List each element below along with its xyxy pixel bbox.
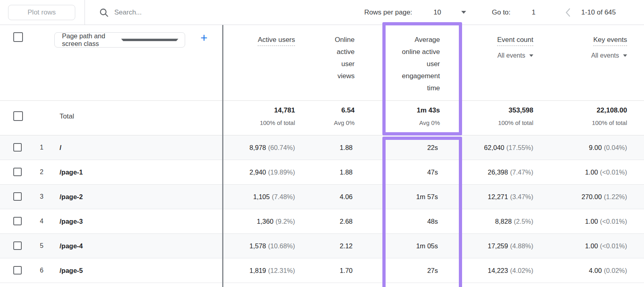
cell-online-active-user-views: 1.70 xyxy=(340,258,355,283)
cell-avg-engagement-time: 1m 57s xyxy=(416,185,440,209)
cell-active-users: 1,578(10.68%) xyxy=(250,234,295,258)
key-events-filter-caret-icon xyxy=(623,54,627,57)
cell-online-active-user-views: 1.88 xyxy=(340,160,355,184)
cell-key-events: 1.00(<0.01%) xyxy=(585,160,627,184)
cell-key-events: 9.00(0.04%) xyxy=(589,135,627,160)
plot-rows-button[interactable]: Plot rows xyxy=(8,5,75,20)
column-header-key-events[interactable]: Key events All events xyxy=(591,34,627,62)
row-number: 3 xyxy=(0,185,43,209)
cell-event-count: 14,223(4.02%) xyxy=(488,258,533,283)
cell-active-users: 2,940(19.89%) xyxy=(250,160,295,184)
column-header-avg-engagement-time[interactable]: Average online active user engagement ti… xyxy=(388,34,440,94)
cell-avg-engagement-time: 22s xyxy=(427,135,440,160)
total-label: Total xyxy=(60,112,74,121)
rows-per-page-caret-icon[interactable] xyxy=(461,11,466,14)
cell-event-count: 8,828(2.5%) xyxy=(495,209,533,233)
cell-avg-engagement-time: 48s xyxy=(427,209,440,233)
table-header: Page path and screen class + Active user… xyxy=(0,25,644,101)
cell-active-users: 1,105(7.48%) xyxy=(253,185,295,209)
table-row[interactable]: 4 /page-3 1,360(9.2%) 2.68 48s 8,828(2.5… xyxy=(0,209,644,234)
cell-avg-engagement-time: 47s xyxy=(427,160,440,184)
total-row-checkbox[interactable] xyxy=(13,111,23,121)
cell-online-active-user-views: 1.88 xyxy=(340,135,355,160)
previous-page-chevron-icon[interactable] xyxy=(564,7,573,18)
row-page-path: /page-2 xyxy=(60,185,83,209)
column-header-online-active-user-views[interactable]: Online active user views xyxy=(322,34,355,82)
select-all-checkbox[interactable] xyxy=(13,32,23,42)
cell-event-count: 62,040(17.55%) xyxy=(484,135,533,160)
column-header-event-count[interactable]: Event count All events xyxy=(497,34,533,62)
key-events-filter[interactable]: All events xyxy=(591,50,627,62)
cell-key-events: 1.00(<0.01%) xyxy=(585,209,627,233)
rows-per-page-value[interactable]: 10 xyxy=(433,8,441,17)
search-input[interactable]: Search... xyxy=(114,8,142,17)
row-number: 1 xyxy=(0,135,43,160)
cell-online-active-user-views: 4.06 xyxy=(340,185,355,209)
row-number: 6 xyxy=(0,258,43,283)
dimension-selector[interactable]: Page path and screen class xyxy=(54,32,185,48)
table-row[interactable]: 6 /page-5 1,819(12.31%) 1.70 27s 14,223(… xyxy=(0,258,644,283)
cell-avg-engagement-time: 1m 05s xyxy=(416,234,440,258)
cell-event-count: 17,259(4.88%) xyxy=(488,234,533,258)
table-row[interactable]: 1 / 8,978(60.74%) 1.88 22s 62,040(17.55%… xyxy=(0,135,644,160)
row-number: 5 xyxy=(0,234,43,258)
go-to-input[interactable]: 1 xyxy=(532,8,535,17)
cell-key-events: 270.00(1.22%) xyxy=(582,185,627,209)
pagination-range: 1-10 of 645 xyxy=(581,8,616,17)
total-row: Total 14,781100% of total 6.54Avg 0% 1m … xyxy=(0,101,644,135)
add-dimension-button[interactable]: + xyxy=(200,32,208,44)
toolbar-divider xyxy=(85,0,85,25)
cell-active-users: 1,360(9.2%) xyxy=(257,209,295,233)
frozen-column-divider xyxy=(222,25,223,287)
dimension-selector-label: Page path and screen class xyxy=(62,32,116,48)
rows-per-page-label: Rows per page: xyxy=(364,8,412,17)
table-row[interactable]: 5 /page-4 1,578(10.68%) 2.12 1m 05s 17,2… xyxy=(0,234,644,258)
table-row[interactable]: 3 /page-2 1,105(7.48%) 4.06 1m 57s 12,27… xyxy=(0,185,644,209)
analytics-report-table: Plot rows Search... Rows per page: 10 Go… xyxy=(0,0,644,287)
row-page-path: /page-4 xyxy=(60,234,83,258)
cell-event-count: 12,271(3.47%) xyxy=(488,185,533,209)
row-page-path: / xyxy=(60,135,62,160)
row-page-path: /page-1 xyxy=(60,160,83,184)
cell-active-users: 8,978(60.74%) xyxy=(250,135,295,160)
table-toolbar: Plot rows Search... Rows per page: 10 Go… xyxy=(0,0,644,25)
search-icon xyxy=(99,8,109,18)
go-to-label: Go to: xyxy=(492,8,510,17)
row-page-path: /page-3 xyxy=(60,209,83,233)
row-page-path: /page-5 xyxy=(60,258,83,283)
event-count-filter[interactable]: All events xyxy=(497,50,533,62)
column-header-active-users[interactable]: Active users xyxy=(258,34,295,46)
cell-key-events: 4.00(0.02%) xyxy=(589,258,627,283)
cell-active-users: 1,819(12.31%) xyxy=(250,258,295,283)
cell-avg-engagement-time: 27s xyxy=(427,258,440,283)
dimension-caret-icon xyxy=(121,39,179,41)
row-number: 2 xyxy=(0,160,43,184)
cell-online-active-user-views: 2.12 xyxy=(340,234,355,258)
event-count-filter-caret-icon xyxy=(529,54,533,57)
cell-key-events: 1.00(<0.01%) xyxy=(585,234,627,258)
table-row[interactable]: 2 /page-1 2,940(19.89%) 1.88 47s 26,398(… xyxy=(0,160,644,185)
cell-event-count: 26,398(7.47%) xyxy=(488,160,533,184)
cell-online-active-user-views: 2.68 xyxy=(340,209,355,233)
row-number: 4 xyxy=(0,209,43,233)
